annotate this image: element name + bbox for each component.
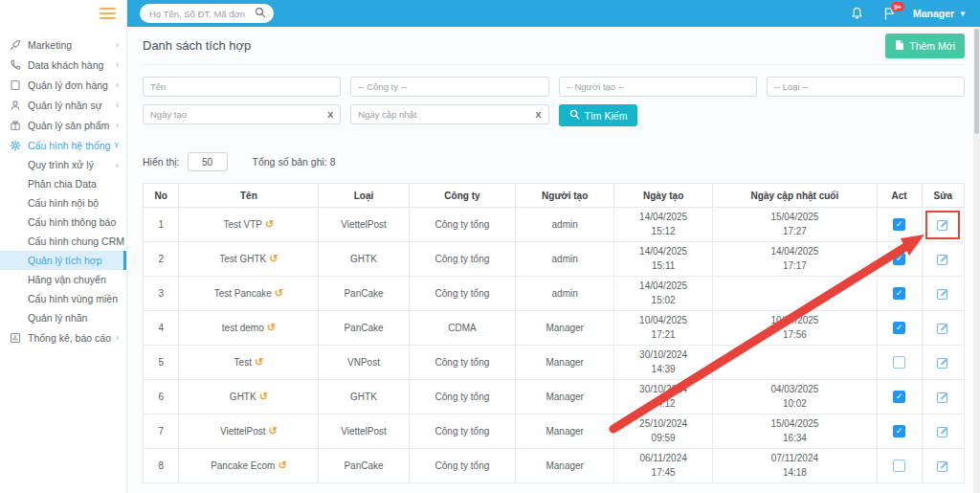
chevron-right-icon: › (116, 59, 119, 71)
cell-no: 7 (144, 415, 179, 449)
sidebar-item-c-u-h-nh-n-i-b-[interactable]: Cấu hình nội bộ (0, 193, 126, 213)
search-icon[interactable] (255, 5, 266, 22)
sidebar-item-h-ng-v-n-chuy-n[interactable]: Hãng vận chuyển (0, 270, 126, 289)
filter-company-input[interactable] (358, 81, 541, 92)
history-icon[interactable]: ↺ (259, 391, 268, 403)
filter-creator-select[interactable] (559, 77, 757, 97)
active-checkbox[interactable]: ✓ (893, 322, 905, 334)
sidebar-item-c-u-h-nh-th-ng-b-o[interactable]: Cấu hình thông báo (0, 213, 126, 232)
edit-icon[interactable] (930, 353, 955, 372)
table-row: 7ViettelPost↺ViettelPostCông ty tổngMana… (144, 415, 965, 449)
scrollbar-thumb[interactable] (974, 29, 979, 134)
edit-icon[interactable] (930, 457, 955, 476)
column-header: Ngày cập nhật cuối (713, 184, 878, 208)
sidebar-item-ph-n-chia-data[interactable]: Phân chia Data (0, 174, 126, 193)
chevron-down-icon: ˅ (114, 140, 119, 151)
cell-type: PanCake (319, 449, 409, 483)
cell-updated (713, 346, 878, 380)
edit-icon[interactable] (930, 215, 955, 235)
history-icon[interactable]: ↺ (265, 218, 274, 231)
content: Danh sách tích hợp Thêm Mới (127, 27, 980, 493)
cell-type: GHTK (319, 380, 409, 415)
history-icon[interactable]: ↺ (267, 322, 276, 334)
filter-creator-input[interactable] (567, 81, 749, 92)
active-checkbox[interactable]: ✓ (893, 425, 905, 437)
history-icon[interactable]: ↺ (269, 253, 278, 265)
clear-updated-icon[interactable]: X (531, 110, 541, 120)
sidebar-item-qu-n-l-nh-n[interactable]: Quản lý nhãn (0, 308, 126, 327)
active-checkbox[interactable]: ✓ (893, 218, 905, 231)
sidebar-item-c-u-h-nh-v-ng-mi-n[interactable]: Cấu hình vùng miền (0, 289, 126, 308)
sidebar-item-label: Marketing (28, 39, 116, 51)
history-icon[interactable]: ↺ (255, 356, 263, 369)
history-icon[interactable]: ↺ (269, 425, 278, 437)
filter-updated-input[interactable] (358, 109, 531, 120)
chevron-right-icon: › (116, 120, 119, 131)
cell-company: Công ty tổng (409, 415, 516, 449)
sidebar-item-c-u-h-nh-chung-crm[interactable]: Cấu hình chung CRM (0, 232, 126, 251)
sidebar-item-qu-n-l-n-h-ng[interactable]: Quản lý đơn hàng› (0, 75, 126, 95)
sidebar-item-qu-n-l-t-ch-h-p[interactable]: Quản lý tích hợp (0, 251, 126, 270)
cell-no: 2 (144, 242, 179, 277)
sidebar-item-qu-n-l-nh-n-s-[interactable]: Quản lý nhân sự› (0, 95, 126, 115)
row-name: Pancake Ecom (211, 460, 275, 471)
row-name: Test VTP (223, 219, 262, 230)
sidebar-item-c-u-h-nh-h-th-ng[interactable]: Cấu hình hệ thống˅ (0, 135, 126, 155)
cell-creator: Manager (516, 311, 614, 346)
edit-icon[interactable] (930, 250, 955, 269)
cell-updated: 07/11/202414:18 (713, 449, 878, 483)
cell-created: 14/04/202515:11 (614, 242, 713, 277)
active-checkbox[interactable]: ✓ (893, 253, 905, 265)
active-checkbox[interactable] (893, 459, 905, 472)
filter-type-select[interactable] (767, 77, 965, 97)
active-checkbox[interactable] (893, 356, 905, 369)
user-menu[interactable]: Manager ▼ (913, 8, 970, 19)
filter-name-input[interactable] (150, 81, 333, 92)
cell-edit (922, 346, 964, 380)
edit-icon[interactable] (930, 388, 955, 407)
edit-icon[interactable] (930, 422, 955, 441)
history-icon[interactable]: ↺ (278, 459, 286, 472)
cell-no: 3 (144, 277, 179, 311)
cell-name: ViettelPost↺ (179, 415, 319, 449)
search-button[interactable]: Tìm Kiếm (559, 104, 638, 126)
add-new-button[interactable]: Thêm Mới (885, 34, 965, 58)
bell-icon[interactable] (850, 6, 865, 21)
menu-toggle-icon[interactable] (100, 5, 116, 22)
clear-created-icon[interactable]: X (323, 110, 333, 120)
history-icon[interactable]: ↺ (275, 287, 283, 300)
active-checkbox[interactable]: ✓ (893, 287, 905, 300)
sidebar-item-marketing[interactable]: Marketing› (0, 34, 126, 55)
scrollbar[interactable] (973, 27, 980, 493)
sidebar-item-data-kh-ch-h-ng[interactable]: Data khách hàng› (0, 55, 126, 75)
cell-company: Công ty tổng (409, 449, 516, 483)
column-header: No (144, 184, 179, 208)
chart-icon (9, 331, 21, 344)
cell-edit (922, 277, 964, 311)
cell-edit (922, 449, 964, 483)
filter-name[interactable] (143, 77, 341, 97)
table-row: 2Test GHTK↺GHTKCông ty tổngadmin14/04/20… (144, 242, 965, 277)
sidebar-item-th-ng-k-b-o-c-o[interactable]: Thống kê, báo cáo› (0, 327, 126, 347)
cell-no: 8 (144, 449, 179, 483)
filter-updated-date[interactable]: X (350, 104, 548, 124)
active-checkbox[interactable]: ✓ (893, 391, 905, 403)
global-search[interactable] (140, 4, 274, 23)
cell-no: 4 (144, 311, 179, 346)
global-search-input[interactable] (149, 9, 255, 19)
cell-edit (922, 380, 964, 415)
sidebar-item-quy-tr-nh-x-l-[interactable]: Quy trình xử lý› (0, 155, 126, 174)
page-size-input[interactable] (188, 152, 228, 171)
filter-company-select[interactable] (350, 77, 548, 97)
edit-icon[interactable] (930, 319, 955, 338)
filter-type-input[interactable] (774, 81, 957, 92)
integrations-table: NoTênLoạiCông tyNgười tạoNgày tạoNgày cậ… (143, 183, 965, 483)
flag-notification-icon[interactable]: 9+ (881, 6, 897, 21)
sidebar-item-qu-n-l-s-n-ph-m[interactable]: Quản lý sản phẩm› (0, 115, 126, 135)
filter-created-input[interactable] (150, 109, 323, 120)
filter-created-date[interactable]: X (143, 104, 341, 124)
edit-icon[interactable] (930, 284, 955, 303)
cell-created: 14/04/202515:12 (614, 208, 713, 242)
cell-active: ✓ (877, 380, 922, 415)
cell-creator: admin (516, 277, 614, 311)
